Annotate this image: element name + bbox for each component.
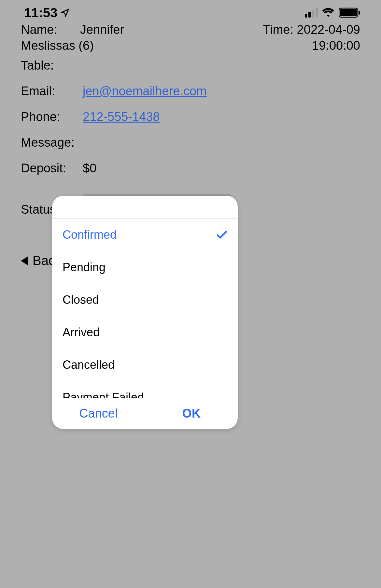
popup-cancel-label: Cancel (79, 407, 118, 421)
name-value-rest: Meslissas (6) (21, 39, 124, 53)
popup-option-closed[interactable]: Closed (52, 284, 238, 316)
popup-option-label: Closed (63, 293, 99, 307)
table-label: Table: (21, 59, 83, 73)
back-triangle-icon (21, 256, 28, 265)
cellular-signal-icon (305, 8, 318, 18)
time-value-time: 19:00:00 (312, 39, 360, 53)
popup-ok-label: OK (182, 407, 201, 421)
phone-value-link[interactable]: 212-555-1438 (83, 110, 160, 124)
popup-header (52, 196, 238, 219)
popup-footer: Cancel OK (52, 398, 238, 429)
status-bar: 11:53 (0, 0, 381, 25)
popup-option-pending[interactable]: Pending (52, 251, 238, 284)
phone-label: Phone: (21, 110, 83, 124)
popup-option-arrived[interactable]: Arrived (52, 316, 238, 349)
email-value-link[interactable]: jen@noemailhere.com (83, 84, 207, 98)
status-picker-popup: Confirmed Pending Closed Arrived Cancell… (52, 196, 238, 429)
status-bar-right (305, 7, 360, 18)
popup-option-label: Arrived (63, 326, 100, 339)
message-label: Message: (21, 136, 83, 150)
popup-option-confirmed[interactable]: Confirmed (52, 219, 238, 251)
location-icon (61, 8, 70, 17)
popup-option-label: Payment Failed (63, 391, 144, 398)
popup-option-label: Pending (63, 261, 106, 274)
deposit-value: $0 (83, 161, 360, 175)
checkmark-icon (217, 231, 227, 239)
status-bar-left: 11:53 (24, 6, 70, 20)
svg-rect-1 (340, 9, 357, 16)
deposit-label: Deposit: (21, 161, 83, 175)
battery-icon (339, 7, 360, 18)
svg-rect-2 (359, 11, 360, 15)
popup-ok-button[interactable]: OK (145, 398, 238, 429)
popup-option-label: Confirmed (63, 228, 117, 242)
popup-cancel-button[interactable]: Cancel (52, 398, 145, 429)
popup-option-label: Cancelled (63, 358, 115, 372)
wifi-icon (322, 8, 335, 18)
email-label: Email: (21, 84, 83, 98)
popup-option-cancelled[interactable]: Cancelled (52, 349, 238, 381)
popup-option-payment-failed[interactable]: Payment Failed (52, 381, 238, 398)
popup-option-list[interactable]: Confirmed Pending Closed Arrived Cancell… (52, 219, 238, 398)
status-time: 11:53 (24, 6, 57, 20)
